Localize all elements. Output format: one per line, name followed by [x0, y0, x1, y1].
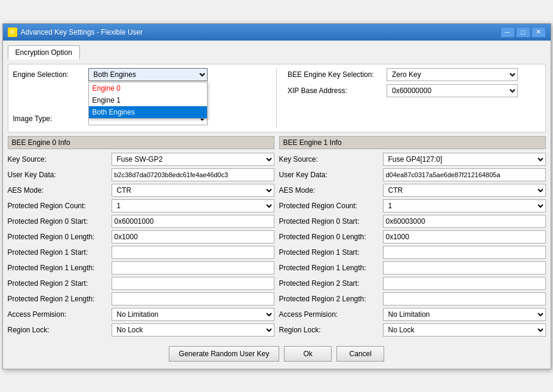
bee0-prot0-length-wrap: [112, 230, 274, 243]
main-columns: BEE Engine 0 Info Key Source: Fuse SW-GP…: [8, 136, 546, 339]
bee0-prot0-start-input[interactable]: [112, 215, 274, 228]
image-type-label: Image Type:: [13, 115, 85, 123]
engine-selection-label: Engine Selection:: [13, 70, 85, 79]
bee1-aes-mode-select[interactable]: CTR XTS: [383, 184, 546, 197]
bee1-region-lock-row: Region Lock: No Lock Lock: [279, 323, 546, 337]
bee0-access-input: No Limitation Read Only No Access: [112, 308, 274, 321]
bee0-aes-mode-select[interactable]: CTR XTS: [112, 184, 274, 197]
maximize-button[interactable]: □: [516, 27, 530, 38]
bee0-header: BEE Engine 0 Info: [8, 136, 274, 149]
bee1-prot0-length-input[interactable]: [383, 230, 546, 243]
bee0-prot1-length-wrap: [112, 261, 274, 274]
generate-random-button[interactable]: Generate Random User Key: [169, 346, 279, 362]
bee1-prot0-start-input[interactable]: [383, 215, 546, 228]
bee0-region-lock-input: No Lock Lock: [112, 323, 274, 337]
bee1-prot2-start-input[interactable]: [383, 277, 546, 290]
bee0-access-select[interactable]: No Limitation Read Only No Access: [112, 308, 274, 321]
bee0-prot0-start-label: Protected Region 0 Start:: [8, 217, 109, 226]
engine-selection-row: Engine Selection: Engine 0 Engine 1 Both…: [13, 68, 266, 81]
bee0-prot0-length-input[interactable]: [112, 230, 274, 243]
bee0-user-key-input-wrap: [112, 168, 274, 181]
bee1-region-lock-label: Region Lock:: [279, 326, 381, 334]
bee1-prot2-start-label: Protected Region 2 Start:: [279, 279, 381, 288]
dropdown-item-engine0[interactable]: Engine 0: [89, 82, 207, 94]
ok-button[interactable]: Ok: [284, 346, 332, 362]
bee0-aes-mode-row: AES Mode: CTR XTS: [8, 184, 274, 197]
bee1-prot1-start-wrap: [383, 246, 546, 259]
bee1-key-source-label: Key Source:: [279, 155, 381, 163]
bee0-prot-count-label: Protected Region Count:: [8, 202, 109, 210]
bee1-prot0-length-wrap: [383, 230, 546, 243]
titlebar-controls: ─ □ ✕: [501, 27, 546, 38]
bee1-prot2-start-wrap: [383, 277, 546, 290]
bee1-aes-mode-label: AES Mode:: [279, 186, 381, 195]
bee1-prot2-length-row: Protected Region 2 Length:: [279, 292, 546, 305]
bee1-prot0-start-label: Protected Region 0 Start:: [279, 217, 381, 226]
bee1-column: BEE Engine 1 Info Key Source: Fuse SW-GP…: [279, 136, 546, 339]
bee0-prot2-start-label: Protected Region 2 Start:: [8, 279, 109, 288]
bee1-prot1-start-input[interactable]: [383, 246, 546, 259]
bee1-prot-count-select[interactable]: 1 2 3: [383, 199, 546, 212]
bee1-user-key-row: User Key Data:: [279, 168, 546, 181]
bee0-prot1-start-input[interactable]: [112, 246, 274, 259]
bee0-user-key-input[interactable]: [112, 168, 274, 181]
bee1-region-lock-select[interactable]: No Lock Lock: [383, 323, 546, 337]
bee0-prot0-start-row: Protected Region 0 Start:: [8, 215, 274, 228]
bee1-access-row: Access Permision: No Limitation Read Onl…: [279, 308, 546, 321]
bee0-region-lock-select[interactable]: No Lock Lock: [112, 323, 274, 337]
bee1-key-source-select[interactable]: Fuse SW-GP2 Fuse GP4[127:0] Fuse GP1[127…: [383, 153, 546, 166]
minimize-button[interactable]: ─: [501, 27, 515, 38]
bee1-prot1-length-input[interactable]: [383, 261, 546, 274]
titlebar: ⚙ Advanced Key Settings - Flexible User …: [3, 24, 551, 41]
main-window: ⚙ Advanced Key Settings - Flexible User …: [2, 23, 551, 369]
xip-base-row: XIP Base Address: 0x60000000: [288, 84, 540, 97]
bee1-prot2-length-wrap: [383, 292, 546, 305]
bee-key-selection-select[interactable]: Zero Key SW-GP2: [387, 68, 518, 81]
bee0-key-source-row: Key Source: Fuse SW-GP2 Fuse GP1[127:0] …: [8, 153, 274, 166]
engine-selection-select[interactable]: Engine 0 Engine 1 Both Engines: [88, 68, 208, 81]
bee0-prot2-length-label: Protected Region 2 Length:: [8, 295, 109, 303]
dropdown-item-both-engines[interactable]: Both Engines: [89, 106, 207, 118]
bee0-prot-count-select[interactable]: 1 2 3: [112, 199, 274, 212]
cancel-button[interactable]: Cancel: [336, 346, 384, 362]
bee0-prot1-start-wrap: [112, 246, 274, 259]
bee1-user-key-label: User Key Data:: [279, 171, 381, 179]
bee0-key-source-input: Fuse SW-GP2 Fuse GP1[127:0] Fuse GP2[127…: [112, 153, 274, 166]
bee-key-selection-row: BEE Engine Key Selection: Zero Key SW-GP…: [288, 68, 540, 81]
bee0-prot1-start-label: Protected Region 1 Start:: [8, 248, 109, 257]
bee0-prot1-length-input[interactable]: [112, 261, 274, 274]
bee1-user-key-input[interactable]: [383, 168, 546, 181]
tab-bar: Encryption Option: [8, 45, 546, 59]
bee1-prot0-length-row: Protected Region 0 Length:: [279, 230, 546, 243]
bee1-prot2-length-input[interactable]: [383, 292, 546, 305]
xip-base-select[interactable]: 0x60000000: [387, 84, 518, 97]
dropdown-item-engine1[interactable]: Engine 1: [89, 94, 207, 106]
tab-encryption-option[interactable]: Encryption Option: [8, 45, 80, 60]
window-icon: ⚙: [8, 27, 17, 37]
bee0-prot2-start-row: Protected Region 2 Start:: [8, 277, 274, 290]
bee0-column: BEE Engine 0 Info Key Source: Fuse SW-GP…: [8, 136, 274, 339]
bee0-aes-mode-label: AES Mode:: [8, 186, 109, 195]
top-right-section: BEE Engine Key Selection: Zero Key SW-GP…: [282, 68, 540, 128]
bee1-access-select[interactable]: No Limitation Read Only No Access: [383, 308, 546, 321]
bee1-access-label: Access Permision:: [279, 310, 381, 319]
bee0-prot1-start-row: Protected Region 1 Start:: [8, 246, 274, 259]
bee0-prot2-start-input[interactable]: [112, 277, 274, 290]
bee-key-selection-label: BEE Engine Key Selection:: [288, 70, 383, 79]
window-title: Advanced Key Settings - Flexible User: [21, 28, 143, 36]
bee1-prot1-start-row: Protected Region 1 Start:: [279, 246, 546, 259]
close-button[interactable]: ✕: [532, 27, 546, 38]
bee1-prot-count-row: Protected Region Count: 1 2 3: [279, 199, 546, 212]
bee0-prot2-length-input[interactable]: [112, 292, 274, 305]
bee0-aes-mode-input: CTR XTS: [112, 184, 274, 197]
bee1-aes-mode-row: AES Mode: CTR XTS: [279, 184, 546, 197]
bee1-prot1-start-label: Protected Region 1 Start:: [279, 248, 381, 257]
bee0-key-source-select[interactable]: Fuse SW-GP2 Fuse GP1[127:0] Fuse GP2[127…: [112, 153, 274, 166]
titlebar-left: ⚙ Advanced Key Settings - Flexible User: [8, 27, 143, 37]
bee1-key-source-row: Key Source: Fuse SW-GP2 Fuse GP4[127:0] …: [279, 153, 546, 166]
bee0-prot0-length-label: Protected Region 0 Length:: [8, 233, 109, 241]
bee0-prot-count-input: 1 2 3: [112, 199, 274, 212]
bee1-prot1-length-label: Protected Region 1 Length:: [279, 264, 381, 272]
bee1-prot0-start-row: Protected Region 0 Start:: [279, 215, 546, 228]
bee1-prot2-length-label: Protected Region 2 Length:: [279, 295, 381, 303]
